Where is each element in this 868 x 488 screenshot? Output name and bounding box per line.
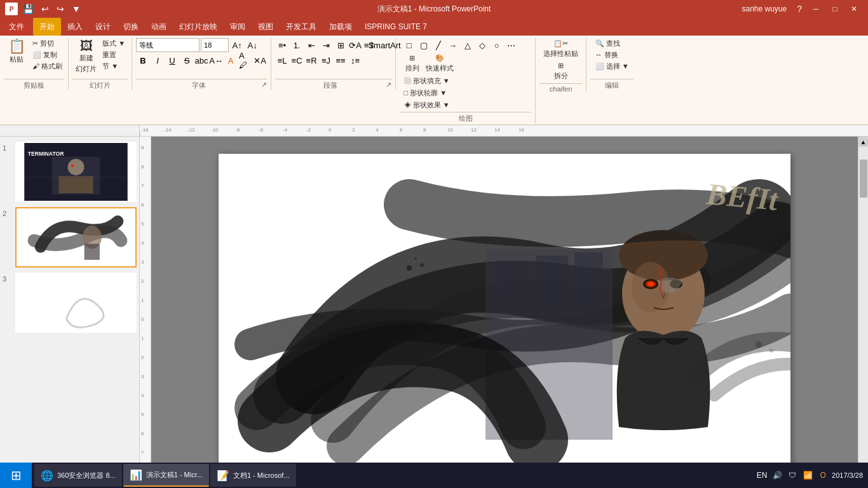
align-center-button[interactable]: ≡C: [290, 53, 304, 67]
quick-styles-button[interactable]: 🎨 快速样式: [423, 53, 456, 74]
menu-slideshow[interactable]: 幻灯片放映: [173, 18, 224, 36]
section-button[interactable]: 节 ▼: [100, 61, 127, 72]
replace-button[interactable]: ↔ 替换: [593, 50, 631, 60]
keyboard-icon[interactable]: EN: [756, 469, 768, 482]
slide-thumb-3[interactable]: 3: [3, 273, 137, 333]
menu-file[interactable]: 文件: [3, 18, 31, 36]
save-button[interactable]: 💾: [20, 3, 36, 15]
scroll-up-button[interactable]: ▲: [858, 137, 869, 147]
office-icon[interactable]: O: [817, 469, 829, 482]
undo-button[interactable]: ↩: [39, 3, 51, 15]
strikethrough-button[interactable]: S: [180, 53, 194, 67]
format-paint-button[interactable]: 🖌 格式刷: [31, 61, 64, 72]
browser-icon: 🌐: [41, 469, 53, 482]
shape-circle[interactable]: ○: [490, 38, 504, 52]
font-size-input[interactable]: [201, 38, 229, 52]
menu-addins[interactable]: 加载项: [323, 18, 358, 36]
layout-button[interactable]: 版式 ▼: [100, 38, 127, 49]
ruler-corner: [0, 125, 140, 137]
shape-effect-button[interactable]: ◈ 形状效果 ▼: [402, 100, 452, 111]
taskbar-item-word[interactable]: 📝 文档1 - Microsof...: [210, 464, 296, 487]
shape-outline-button[interactable]: □ 形状轮廓 ▼: [402, 88, 452, 98]
reset-button[interactable]: 重置: [100, 50, 127, 60]
menu-animations[interactable]: 动画: [145, 18, 173, 36]
columns-button[interactable]: ⊞: [334, 38, 348, 52]
network-icon[interactable]: 📶: [801, 469, 814, 482]
shape-options: ▧ 形状填充 ▼ □ 形状轮廓 ▼ ◈ 形状效果 ▼: [402, 76, 452, 111]
shape-fill-button[interactable]: ▧ 形状填充 ▼: [402, 76, 452, 86]
increase-indent-button[interactable]: ⇥: [319, 38, 333, 52]
split-paste-button[interactable]: 📋✂ 选择性粘贴: [541, 38, 581, 60]
redo-button[interactable]: ↪: [54, 3, 67, 15]
align-right-button[interactable]: ≡R: [304, 53, 318, 67]
slide-canvas[interactable]: BEfIt: [219, 154, 790, 475]
decrease-indent-button[interactable]: ⇤: [304, 38, 318, 52]
new-slide-button[interactable]: 🖼 新建 幻灯片: [73, 38, 99, 75]
scroll-thumb[interactable]: [860, 159, 867, 198]
start-button[interactable]: ⊞: [0, 463, 32, 488]
increase-font-button[interactable]: A↑: [230, 38, 244, 52]
numbering-button[interactable]: 1.: [290, 38, 304, 52]
menu-ispring[interactable]: ISPRING SUITE 7: [358, 18, 433, 36]
bold-button[interactable]: B: [136, 53, 150, 67]
select-button[interactable]: ⬜ 选择 ▼: [593, 61, 631, 72]
find-button[interactable]: 🔍 查找: [593, 38, 631, 49]
svg-text:-10: -10: [211, 127, 219, 133]
slide-preview-3[interactable]: [15, 273, 137, 333]
bullets-button[interactable]: ≡•: [275, 38, 289, 52]
shape-rounded-rect[interactable]: ▢: [417, 38, 431, 52]
menu-home[interactable]: 开始: [33, 18, 61, 36]
shadow-button[interactable]: abc: [194, 53, 208, 67]
paste-button[interactable]: 📋 粘贴: [4, 38, 29, 65]
taskbar-item-ppt[interactable]: 📊 演示文稿1 - Micr...: [123, 464, 209, 487]
line-spacing-button[interactable]: ↕≡: [348, 53, 362, 67]
antivirus-icon[interactable]: 🛡: [786, 469, 799, 482]
shape-line[interactable]: ╱: [431, 38, 445, 52]
scroll-track[interactable]: [858, 147, 868, 482]
shape-arrow[interactable]: →: [446, 38, 460, 52]
minimize-button[interactable]: ─: [807, 3, 825, 15]
volume-icon[interactable]: 🔊: [771, 469, 783, 482]
italic-button[interactable]: I: [151, 53, 165, 67]
font-name-input[interactable]: [136, 38, 200, 52]
slide-thumb-1[interactable]: 1 TERMINATOR: [3, 142, 137, 202]
menu-developer[interactable]: 开发工具: [280, 18, 323, 36]
menu-review[interactable]: 审阅: [224, 18, 252, 36]
copy-button[interactable]: ⬜ 复制: [31, 50, 64, 60]
slide-preview-1[interactable]: TERMINATOR: [15, 142, 137, 202]
shape-diamond[interactable]: ◇: [475, 38, 489, 52]
close-button[interactable]: ✕: [845, 3, 863, 15]
shape-rect[interactable]: □: [402, 38, 416, 52]
align-left-button[interactable]: ≡L: [275, 53, 289, 67]
highlight-button[interactable]: A🖊: [238, 53, 252, 67]
clear-format-button[interactable]: ✕A: [253, 53, 267, 67]
smart-art-button[interactable]: SmartArt: [377, 38, 391, 52]
underline-button[interactable]: U: [165, 53, 179, 67]
decrease-font-button[interactable]: A↓: [245, 38, 259, 52]
customize-button[interactable]: ▼: [69, 3, 83, 15]
menu-view[interactable]: 视图: [252, 18, 280, 36]
justify-button[interactable]: ≡J: [319, 53, 333, 67]
slide-preview-2[interactable]: [15, 207, 137, 268]
menu-insert[interactable]: 插入: [61, 18, 89, 36]
font-color-button[interactable]: A: [224, 53, 238, 67]
taskbar-item-browser[interactable]: 🌐 360安全浏览器 8...: [34, 464, 122, 487]
justify2-button[interactable]: ≡≡: [334, 53, 348, 67]
shape-triangle[interactable]: △: [461, 38, 475, 52]
cut-button[interactable]: ✂ 剪切: [31, 38, 64, 49]
arrange-button[interactable]: ⊞ 排列: [402, 53, 423, 74]
font-format-row: B I U S abc A↔ A A🖊 ✕A: [136, 53, 267, 67]
restore-button[interactable]: □: [826, 3, 844, 15]
slide-thumb-2[interactable]: 2: [3, 207, 137, 268]
svg-text:1: 1: [141, 297, 144, 303]
svg-text:0: 0: [141, 316, 144, 322]
split-button[interactable]: ⊞ 拆分: [541, 60, 581, 82]
text-direction-button[interactable]: ⟳A: [348, 38, 362, 52]
ribbon-group-font: A↑ A↓ B I U S abc A↔ A A🖊 ✕A 字体 ↗: [132, 38, 271, 90]
shape-more[interactable]: ⋯: [505, 38, 519, 52]
menu-design[interactable]: 设计: [89, 18, 117, 36]
edit-col: 📋✂ 选择性粘贴 ⊞ 拆分: [541, 38, 581, 82]
menu-transitions[interactable]: 切换: [117, 18, 145, 36]
char-spacing-button[interactable]: A↔: [209, 53, 223, 67]
help-icon[interactable]: ?: [797, 4, 802, 14]
